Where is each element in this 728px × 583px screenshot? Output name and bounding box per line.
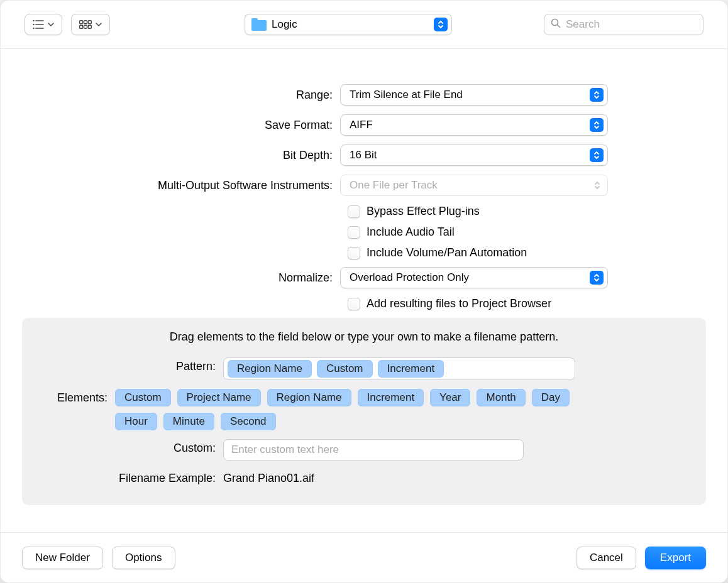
save-format-value: AIFF [350,119,590,131]
cancel-button[interactable]: Cancel [576,547,636,569]
filename-example-value: Grand Piano01.aif [223,469,585,485]
include-tail-label: Include Audio Tail [367,226,455,239]
include-vol-label: Include Volume/Pan Automation [367,246,527,259]
element-token[interactable]: Custom [115,389,171,406]
svg-line-13 [558,25,560,28]
export-button[interactable]: Export [645,547,706,569]
bit-depth-value: 16 Bit [350,149,590,161]
element-token[interactable]: Month [477,389,525,406]
export-dialog: Logic Range: Trim Silence at File End Sa… [0,0,728,583]
list-icon [33,19,44,30]
normalize-popup[interactable]: Overload Protection Only [340,267,608,288]
element-token[interactable]: Minute [163,413,214,430]
svg-point-4 [33,24,34,25]
new-folder-button[interactable]: New Folder [22,547,103,569]
element-token[interactable]: Second [221,413,276,430]
svg-point-3 [33,20,34,21]
chevron-down-icon [48,23,54,26]
search-icon [551,18,561,31]
svg-rect-11 [88,25,91,28]
folder-icon [251,18,267,31]
element-token[interactable]: Increment [358,389,424,406]
multi-output-value: One File per Track [350,179,591,192]
svg-rect-9 [80,25,83,28]
svg-point-5 [33,28,34,29]
folder-path-popup[interactable]: Logic [245,14,452,35]
svg-rect-7 [84,21,87,24]
options-area: Range: Trim Silence at File End Save For… [1,49,727,520]
custom-label: Custom: [36,439,223,455]
pattern-field[interactable]: Region NameCustomIncrement [223,357,575,380]
bypass-checkbox[interactable] [348,205,360,218]
pattern-token[interactable]: Custom [317,360,373,378]
multi-output-label: Multi-Output Software Instruments: [1,179,340,192]
element-token[interactable]: Day [532,389,570,406]
pattern-instruction: Drag elements to the field below or type… [36,330,692,344]
search-field[interactable] [544,14,703,35]
search-input[interactable] [566,18,697,31]
normalize-label: Normalize: [1,271,340,285]
custom-input[interactable] [223,439,524,460]
folder-name: Logic [272,18,297,31]
view-grid-button[interactable] [71,14,110,35]
include-tail-checkbox[interactable] [348,226,360,239]
updown-icon [590,88,604,102]
normalize-value: Overload Protection Only [350,271,590,284]
pattern-token[interactable]: Increment [378,360,444,378]
element-token[interactable]: Year [430,389,470,406]
save-format-popup[interactable]: AIFF [340,114,608,136]
bit-depth-popup[interactable]: 16 Bit [340,144,608,166]
elements-label: Elements: [36,389,115,405]
chevron-down-icon [96,23,102,26]
bit-depth-label: Bit Depth: [1,149,340,162]
add-to-browser-checkbox[interactable] [348,298,360,310]
svg-rect-10 [84,25,87,28]
bottom-bar: New Folder Options Cancel Export [1,532,727,582]
range-label: Range: [1,89,340,102]
element-token[interactable]: Region Name [267,389,351,406]
toolbar: Logic [1,1,727,48]
range-popup[interactable]: Trim Silence at File End [340,84,608,106]
options-button[interactable]: Options [112,547,175,569]
updown-icon [590,148,604,162]
updown-icon [590,271,604,285]
elements-list: CustomProject NameRegion NameIncrementYe… [115,389,585,430]
updown-icon [590,118,604,132]
element-token[interactable]: Project Name [177,389,261,406]
pattern-label: Pattern: [36,357,223,373]
range-value: Trim Silence at File End [350,89,590,101]
filename-example-label: Filename Example: [36,469,223,485]
svg-rect-8 [88,21,91,24]
add-to-browser-label: Add resulting files to Project Browser [367,297,551,310]
include-vol-checkbox[interactable] [348,247,360,259]
updown-icon [434,18,448,31]
view-list-button[interactable] [25,14,62,35]
pattern-token[interactable]: Region Name [228,360,312,378]
element-token[interactable]: Hour [115,413,157,430]
bypass-label: Bypass Effect Plug-ins [367,205,480,218]
multi-output-popup: One File per Track [340,175,608,196]
updown-icon [591,178,604,192]
save-format-label: Save Format: [1,119,340,132]
grid-icon [79,20,92,29]
pattern-panel: Drag elements to the field below or type… [22,318,706,505]
svg-rect-6 [80,21,83,24]
